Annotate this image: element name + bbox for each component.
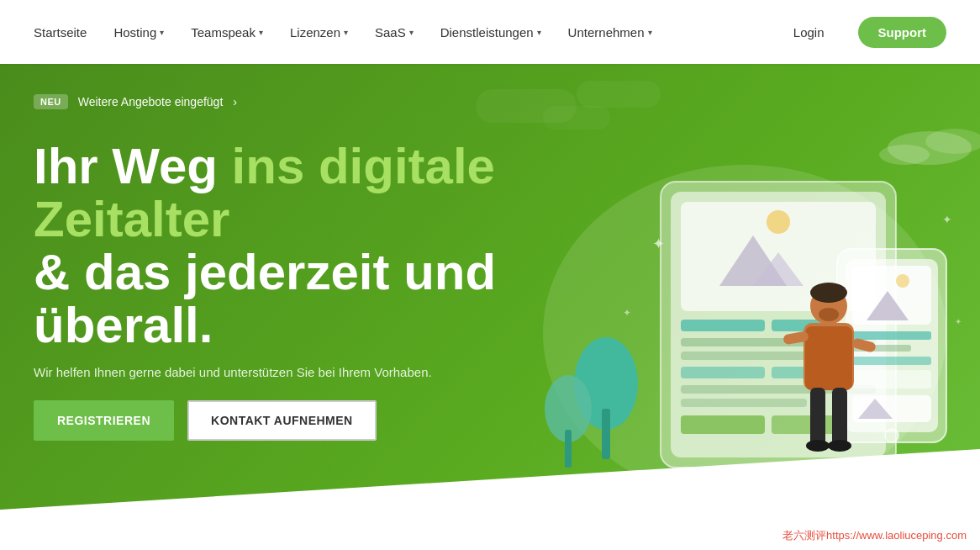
svg-text:✦: ✦ — [955, 317, 962, 326]
svg-rect-15 — [681, 367, 765, 378]
watermark-prefix: 老六测评 — [782, 529, 826, 542]
chevron-down-icon: ▾ — [648, 28, 652, 37]
svg-rect-20 — [772, 415, 839, 434]
nav-item-lizenzen[interactable]: Lizenzen ▾ — [290, 25, 348, 40]
chevron-down-icon: ▾ — [259, 28, 263, 37]
svg-rect-11 — [681, 320, 765, 331]
hero-title: Ihr Weg ins digitale Zeitalter & das jed… — [34, 140, 496, 352]
nav-item-teamspeak[interactable]: Teamspeak ▾ — [191, 25, 263, 40]
svg-rect-28 — [852, 357, 931, 365]
support-button[interactable]: Support — [858, 17, 947, 48]
svg-rect-4 — [565, 430, 572, 468]
svg-point-25 — [896, 274, 909, 288]
svg-point-50 — [879, 145, 930, 165]
nav-item-unternehmen[interactable]: Unternehmen ▾ — [568, 25, 652, 40]
chevron-down-icon: ▾ — [344, 28, 348, 37]
announcement-text: Weitere Angebote eingefügt — [78, 95, 224, 108]
nav-item-startseite[interactable]: Startseite — [34, 25, 87, 40]
chevron-down-icon: ▾ — [409, 28, 414, 37]
hero-title-green1: ins digitale — [232, 138, 495, 194]
svg-text:✦: ✦ — [652, 235, 665, 252]
nav-item-saas[interactable]: SaaS ▾ — [375, 25, 414, 40]
svg-text:✦: ✦ — [623, 307, 631, 319]
login-link[interactable]: Login — [793, 25, 825, 40]
svg-rect-26 — [852, 331, 931, 340]
svg-point-32 — [885, 429, 898, 442]
svg-rect-19 — [681, 415, 765, 434]
register-button[interactable]: REGISTRIEREN — [34, 400, 174, 441]
contact-button[interactable]: KONTAKT AUFNEHMEN — [187, 400, 377, 441]
hero-title-white2: & das jederzeit und — [34, 246, 496, 299]
svg-point-34 — [810, 283, 847, 303]
main-nav: Startseite Hosting ▾ Teamspeak ▾ Lizenze… — [0, 0, 980, 64]
nav-item-hosting[interactable]: Hosting ▾ — [113, 25, 164, 40]
watermark-link[interactable]: https://www.laoliuceping.com — [826, 529, 967, 542]
announcement-bar[interactable]: NEU Weitere Angebote eingefügt › — [34, 94, 237, 109]
hero-subtitle: Wir helfen Ihnen gerne dabei und unterst… — [34, 365, 496, 379]
badge-new: NEU — [34, 94, 68, 109]
hero-content: Ihr Weg ins digitale Zeitalter & das jed… — [34, 140, 496, 403]
chevron-down-icon: ▾ — [537, 28, 541, 37]
svg-point-43 — [828, 440, 851, 452]
hero-title-white1: Ihr Weg — [34, 138, 232, 194]
announcement-arrow: › — [233, 95, 237, 108]
chevron-down-icon: ▾ — [160, 28, 164, 37]
hero-section: NEU Weitere Angebote eingefügt › Ihr Weg… — [0, 64, 980, 550]
nav-item-dienstleistungen[interactable]: Dienstleistungen ▾ — [440, 25, 541, 40]
svg-rect-29 — [852, 370, 931, 389]
watermark: 老六测评https://www.laoliuceping.com — [782, 528, 967, 543]
svg-rect-18 — [681, 399, 807, 407]
svg-point-10 — [767, 210, 790, 234]
svg-text:✦: ✦ — [942, 213, 952, 226]
hero-illustration: ✦ ✦ ✦ ✦ — [476, 81, 980, 518]
svg-rect-37 — [805, 326, 852, 390]
hero-title-green2: Zeitalter — [34, 193, 496, 246]
svg-rect-41 — [832, 388, 847, 447]
hero-buttons: REGISTRIEREN KONTAKT AUFNEHMEN — [34, 400, 377, 441]
svg-rect-2 — [602, 409, 610, 459]
hero-title-white3: überall. — [34, 299, 496, 352]
svg-point-35 — [819, 308, 839, 321]
svg-point-42 — [806, 440, 830, 452]
svg-rect-40 — [810, 388, 825, 447]
